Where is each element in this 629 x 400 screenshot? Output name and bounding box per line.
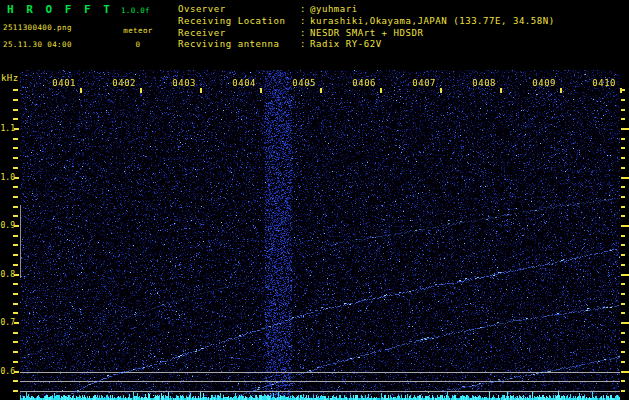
hrofft-output-window: H R O F F T 1.0.0f 2511300400.png meteor… <box>0 0 629 400</box>
freq-minor-tick-right <box>621 147 625 149</box>
time-tick-label: 0404 <box>218 78 256 88</box>
info-label: Ovserver <box>178 4 300 16</box>
freq-minor-tick-left <box>13 186 18 188</box>
info-colon: : <box>300 28 310 40</box>
time-tick-label: 0406 <box>338 78 376 88</box>
freq-major-tick-left <box>14 274 19 276</box>
freq-minor-tick-right <box>621 196 625 198</box>
time-tick-label: 0407 <box>398 78 436 88</box>
info-label: Recviving antenna <box>178 39 300 51</box>
freq-major-tick-left <box>14 371 19 373</box>
freq-minor-tick-left <box>13 303 18 305</box>
freq-minor-tick-left <box>13 167 18 169</box>
freq-minor-tick-left <box>13 157 18 159</box>
time-tick-mark <box>260 88 262 93</box>
info-value: kurashiki,Okayama,JAPAN (133.77E, 34.58N… <box>310 16 555 28</box>
time-tick-label: 0401 <box>38 78 76 88</box>
freq-minor-tick-left <box>13 99 18 101</box>
freq-minor-tick-right <box>621 264 625 266</box>
info-label: Receiver <box>178 28 300 40</box>
info-value: NESDR SMArt + HDSDR <box>310 28 555 40</box>
time-tick-label: 0408 <box>458 78 496 88</box>
freq-minor-tick-right <box>621 254 625 256</box>
freq-minor-tick-right <box>621 99 625 101</box>
freq-tick-label: 0.8 <box>0 270 15 279</box>
observation-datetime: 25.11.30 04:00 <box>3 40 72 49</box>
info-colon: : <box>300 16 310 28</box>
freq-major-tick-right <box>621 322 629 324</box>
freq-minor-tick-right <box>621 215 625 217</box>
freq-minor-tick-right <box>621 244 625 246</box>
freq-major-tick-left <box>14 177 19 179</box>
freq-tick-label: 1.0 <box>0 173 15 182</box>
freq-minor-tick-left <box>13 196 18 198</box>
output-filename: 2511300400.png <box>3 23 72 32</box>
freq-minor-tick-left <box>13 390 18 392</box>
freq-tick-label: 0.6 <box>0 367 15 376</box>
time-tick-mark <box>200 88 202 93</box>
freq-minor-tick-right <box>621 332 625 334</box>
freq-minor-tick-left <box>13 254 18 256</box>
freq-minor-tick-left <box>13 118 18 120</box>
time-tick-mark <box>320 88 322 93</box>
freq-minor-tick-right <box>621 341 625 343</box>
time-tick-mark <box>440 88 442 93</box>
freq-minor-tick-left <box>13 380 18 382</box>
freq-minor-tick-right <box>621 380 625 382</box>
freq-minor-tick-right <box>621 118 625 120</box>
info-colon: : <box>300 4 310 16</box>
freq-minor-tick-left <box>13 332 18 334</box>
freq-minor-tick-right <box>621 293 625 295</box>
freq-minor-tick-right <box>621 312 625 314</box>
freq-major-tick-left <box>14 225 19 227</box>
freq-minor-tick-right <box>621 206 625 208</box>
meteor-counter-value: 0 <box>118 40 158 49</box>
freq-major-tick-left <box>14 322 19 324</box>
time-tick-label: 0410 <box>578 78 616 88</box>
freq-minor-tick-right <box>621 390 625 392</box>
freq-minor-tick-left <box>13 138 18 140</box>
freq-minor-tick-right <box>621 157 625 159</box>
time-tick-mark <box>380 88 382 93</box>
freq-major-tick-left <box>14 128 19 130</box>
spectrogram-canvas <box>20 70 620 400</box>
freq-minor-tick-left <box>13 109 18 111</box>
freq-minor-tick-left <box>13 147 18 149</box>
freq-minor-tick-left <box>13 206 18 208</box>
time-tick-mark <box>80 88 82 93</box>
freq-minor-tick-right <box>621 167 625 169</box>
freq-minor-tick-left <box>13 293 18 295</box>
freq-minor-tick-right <box>621 186 625 188</box>
freq-major-tick-right <box>621 274 629 276</box>
freq-tick-label: 1.1 <box>0 124 15 133</box>
freq-tick-label: 0.7 <box>0 318 15 327</box>
freq-minor-tick-left <box>13 341 18 343</box>
freq-minor-tick-left <box>13 283 18 285</box>
app-title: H R O F F T <box>7 3 113 16</box>
time-tick-label: 0402 <box>98 78 136 88</box>
time-tick-mark <box>140 88 142 93</box>
freq-minor-tick-right <box>621 89 625 91</box>
info-value: Radix RY-62V <box>310 39 555 51</box>
time-tick-label: 0403 <box>158 78 196 88</box>
freq-minor-tick-left <box>13 361 18 363</box>
freq-major-tick-right <box>621 177 629 179</box>
time-tick-mark <box>560 88 562 93</box>
freq-minor-tick-right <box>621 138 625 140</box>
station-info-table: Ovserver : @yuhmari Receiving Location :… <box>178 4 555 51</box>
app-version: 1.0.0f <box>121 6 150 15</box>
freq-minor-tick-right <box>621 283 625 285</box>
freq-minor-tick-left <box>13 264 18 266</box>
freq-minor-tick-left <box>13 89 18 91</box>
freq-tick-label: 0.9 <box>0 221 15 230</box>
meteor-counter-label: meteor <box>118 26 158 35</box>
freq-minor-tick-left <box>13 351 18 353</box>
freq-minor-tick-right <box>621 303 625 305</box>
freq-minor-tick-left <box>13 312 18 314</box>
time-tick-mark <box>500 88 502 93</box>
y-axis-unit-label: kHz <box>1 73 18 83</box>
freq-minor-tick-right <box>621 361 625 363</box>
freq-minor-tick-left <box>13 235 18 237</box>
info-value: @yuhmari <box>310 4 555 16</box>
info-label: Receiving Location <box>178 16 300 28</box>
